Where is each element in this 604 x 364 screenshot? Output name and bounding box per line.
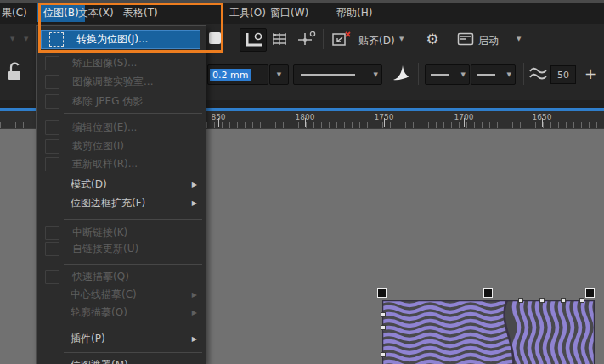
toolbar-separator [449, 29, 449, 49]
menu-item-plugins[interactable]: 插件(P) ▶ [37, 330, 205, 348]
curve-node[interactable] [381, 325, 386, 330]
menu-help[interactable]: 帮助(H) [336, 5, 372, 21]
disabled-dropdown-icon: ▼ [10, 36, 14, 42]
outline-width-dropdown[interactable]: ▼ [269, 64, 289, 85]
menu-item-quick-trace[interactable]: 快速描摹(Q) [37, 268, 205, 286]
menu-window[interactable]: 窗口(W) [270, 5, 308, 21]
curve-node[interactable] [539, 298, 545, 303]
brush-stroke-button[interactable] [391, 63, 411, 83]
ruler-major-tick [305, 118, 306, 127]
chevron-down-icon: ▼ [374, 71, 378, 78]
quick-trace-icon [45, 270, 59, 284]
dynamic-guides-button[interactable] [240, 28, 267, 52]
plus-icon: + [584, 65, 596, 82]
disabled-dropdown-icon: ▼ [24, 36, 28, 42]
toolbar-separator [415, 29, 415, 49]
guidelines-button[interactable] [294, 28, 318, 50]
selected-bitmap-object[interactable] [382, 300, 595, 364]
menu-item-edit-bitmap[interactable]: 编辑位图(E)... [37, 119, 205, 137]
curve-node[interactable] [518, 298, 523, 303]
menu-item-inflate-bitmap[interactable]: 位图边框扩充(F) ▶ [37, 194, 205, 212]
update-link-icon [45, 242, 59, 256]
menu-separator [64, 219, 202, 220]
grid-icon [270, 31, 289, 47]
launch-button-icon-area[interactable] [455, 28, 476, 50]
grid-button[interactable] [268, 28, 291, 50]
menu-effects-clipped[interactable]: 果(C) [2, 5, 27, 21]
resample-icon [45, 157, 59, 171]
submenu-arrow-icon: ▶ [192, 309, 197, 316]
snap-icon [331, 31, 353, 48]
menu-item-resample[interactable]: 重新取样(R)... [37, 155, 205, 173]
menu-item-bitmap-mask-clipped[interactable]: 位图遮罩(M) [37, 356, 205, 364]
snap-dropdown-icon[interactable]: ▼ [399, 36, 404, 42]
break-link-icon [45, 226, 59, 240]
snap-label[interactable]: 贴齐(D) [358, 34, 395, 48]
snap-off-button[interactable] [330, 28, 353, 50]
menu-item-outline-trace[interactable]: 轮廓描摹(O) ▶ [37, 304, 205, 322]
remove-jpeg-artifacts-icon [45, 94, 59, 109]
arrow-end-selector[interactable]: ▼ [471, 64, 516, 85]
submenu-arrow-icon: ▶ [192, 335, 197, 343]
straighten-image-icon [45, 56, 59, 70]
submenu-arrow-icon: ▶ [192, 199, 197, 207]
chevron-down-icon: ▼ [277, 71, 281, 78]
bitmaps-menu-panel: 转换为位图(J)... 矫正图像(S)... 图像调整实验室... 移除 JPE… [36, 25, 206, 364]
submenu-arrow-icon: ▶ [192, 181, 197, 188]
propbar-separator [418, 63, 419, 85]
curve-node[interactable] [381, 312, 386, 317]
menu-item-centerline-trace[interactable]: 中心线描摹(C) ▶ [37, 286, 205, 304]
menu-item-image-adjustment-lab[interactable]: 图像调整实验室... [37, 73, 205, 91]
chevron-down-icon: ▼ [461, 71, 466, 78]
menu-item-straighten-image[interactable]: 矫正图像(S)... [37, 54, 205, 72]
menu-item-break-link[interactable]: 中断链接(K) [37, 224, 205, 242]
curve-node[interactable] [381, 352, 386, 357]
curve-node[interactable] [579, 298, 584, 303]
gear-icon: ⚙ [426, 31, 438, 48]
wave-value-input[interactable]: 50 [550, 65, 576, 84]
curve-node[interactable] [561, 298, 566, 303]
selection-handle-top-center[interactable] [483, 288, 493, 298]
increment-button[interactable]: + [581, 64, 600, 84]
submenu-arrow-icon: ▶ [192, 291, 197, 299]
toolbar-separator [323, 29, 324, 49]
launch-label[interactable]: 启动 [478, 34, 499, 48]
annotation-highlight-box [38, 3, 223, 53]
wave-value: 50 [557, 70, 569, 81]
outline-width-input[interactable]: 0.2 mm [207, 64, 268, 85]
menu-separator [64, 328, 202, 328]
line-style-preview [301, 74, 355, 76]
selection-handle-top-right[interactable] [585, 288, 595, 298]
arrowhead-preview [431, 74, 449, 76]
menu-item-remove-jpeg-artifacts[interactable]: 移除 JPEG 伪影 [37, 92, 205, 110]
menu-item-mode[interactable]: 模式(D) ▶ [37, 176, 205, 193]
line-style-selector[interactable]: ▼ [293, 64, 382, 85]
lock-ratio-button[interactable] [5, 59, 24, 83]
menu-separator [64, 352, 202, 353]
outline-width-value: 0.2 mm [210, 69, 251, 81]
image-adjustment-lab-icon [45, 75, 59, 89]
chevron-down-icon: ▼ [507, 71, 511, 78]
menu-item-update-from-link[interactable]: 自链接更新(U) [37, 240, 205, 258]
ruler-major-tick [218, 118, 219, 127]
propbar-separator [523, 63, 524, 85]
corner-ruler-icon [242, 31, 264, 49]
guideline-cross-icon [296, 31, 316, 48]
menu-separator [64, 113, 202, 114]
ruler-major-tick [542, 118, 543, 127]
edit-bitmap-icon [45, 120, 59, 135]
wave-smoothing-control [528, 65, 549, 82]
ruler-major-tick [464, 118, 465, 127]
wavy-stripes-artwork [382, 300, 595, 364]
launch-dropdown-icon[interactable]: ▼ [517, 36, 521, 42]
selection-handle-top-left[interactable] [377, 288, 387, 298]
menu-tools[interactable]: 工具(O) [229, 5, 266, 21]
crop-bitmap-icon [45, 139, 59, 154]
options-button[interactable]: ⚙ [421, 28, 443, 50]
launch-panel-icon [457, 32, 474, 46]
wave-icon [528, 65, 549, 82]
menu-separator [64, 264, 202, 265]
arrow-start-selector[interactable]: ▼ [425, 64, 470, 85]
arrowhead-preview [477, 74, 495, 76]
menu-item-crop-bitmap[interactable]: 裁剪位图(I) [37, 137, 205, 155]
